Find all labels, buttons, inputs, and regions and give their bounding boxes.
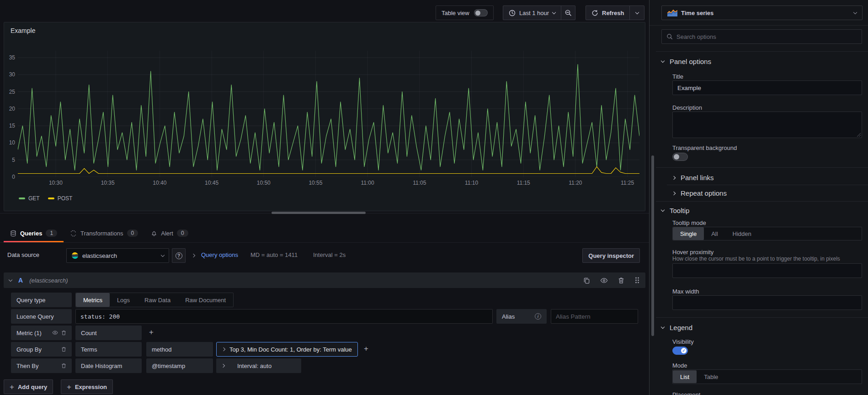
horizontal-scrollbar[interactable] (272, 212, 366, 214)
drag-handle-icon[interactable] (634, 277, 640, 284)
x-tick-label: 11:00 (361, 180, 374, 186)
legend-mode-list[interactable]: List (673, 370, 697, 383)
section-repeat-options[interactable]: Repeat options (661, 189, 862, 197)
alias-input[interactable] (551, 309, 638, 324)
viz-panel[interactable]: Example 05101520253035 10:3010:3510:4010… (4, 22, 645, 211)
group-by-type[interactable]: Terms (75, 342, 142, 357)
add-group-by-button[interactable]: + (364, 345, 368, 352)
metric-label: Metric (1) (11, 326, 72, 340)
datasource-picker[interactable]: elasticsearch (66, 248, 169, 263)
options-sidebar: Time series Search options Panel options… (649, 0, 868, 395)
description-field[interactable] (672, 112, 862, 138)
elasticsearch-icon (71, 252, 79, 259)
add-metric-button[interactable]: + (149, 328, 154, 336)
options-search[interactable]: Search options (661, 29, 862, 44)
tab-transformations[interactable]: Transformations 0 (64, 224, 144, 242)
zoom-out-button[interactable] (561, 5, 575, 20)
tab-count-badge: 0 (127, 230, 138, 237)
query-datasource-hint: (elasticsearch) (29, 277, 68, 284)
time-series-icon (667, 10, 677, 16)
then-by-field[interactable]: @timestamp (146, 358, 213, 373)
panel-title: Example (11, 27, 35, 34)
x-tick-label: 10:50 (257, 180, 271, 186)
tooltip-mode-single[interactable]: Single (673, 227, 704, 240)
tab-label: Transformations (80, 230, 123, 237)
trash-icon[interactable] (618, 277, 624, 284)
legend-item-post[interactable]: POST (48, 195, 73, 202)
panel-title-input[interactable] (672, 80, 862, 95)
y-tick-label: 0 (12, 174, 15, 180)
query-row-header[interactable]: A (elasticsearch) (4, 272, 645, 288)
viz-picker-button[interactable]: Time series (661, 5, 863, 20)
datasource-label: Data source (7, 251, 39, 258)
time-series-chart (18, 51, 639, 177)
query-type-raw-document[interactable]: Raw Document (178, 293, 233, 307)
query-type-raw-data[interactable]: Raw Data (137, 293, 178, 307)
then-by-type[interactable]: Date Histogram (75, 358, 142, 373)
copy-icon[interactable] (583, 277, 590, 284)
chevron-right-icon (672, 176, 676, 179)
panel-description-textarea[interactable] (672, 112, 862, 138)
expression-label: Expression (75, 384, 107, 390)
hover-proximity-label: Hover proximity (672, 249, 862, 256)
x-tick-label: 10:45 (205, 180, 218, 186)
then-by-settings-button[interactable]: Interval: auto (216, 358, 301, 373)
group-by-field[interactable]: method (146, 342, 213, 357)
add-query-button[interactable]: + Add query (4, 379, 53, 394)
vertical-scrollbar[interactable] (651, 155, 654, 336)
add-query-label: Add query (18, 384, 47, 390)
eye-icon[interactable] (52, 330, 58, 335)
editor-tabs: Queries 1 Transformations 0 Alert 0 (0, 224, 649, 243)
query-inspector-button[interactable]: Query inspector (582, 248, 640, 263)
max-width-input[interactable] (672, 295, 862, 310)
title-field-label: Title (672, 73, 862, 80)
time-controls: Last 1 hour (503, 5, 575, 20)
collapse-chevron-icon[interactable] (9, 278, 12, 281)
legend-visibility-toggle[interactable]: ✓ (672, 347, 688, 355)
table-view-toggle[interactable] (474, 9, 488, 16)
metric-value[interactable]: Count (75, 326, 142, 340)
time-range-button[interactable]: Last 1 hour (503, 5, 561, 20)
alias-label-text: Alias (502, 313, 515, 320)
chart-plot[interactable] (18, 51, 639, 177)
chart-legend: GET POST (19, 195, 72, 202)
datasource-help-button[interactable]: ? (172, 248, 186, 263)
refresh-label: Refresh (602, 10, 624, 16)
x-tick-label: 10:35 (101, 180, 115, 186)
expression-button[interactable]: + Expression (61, 379, 113, 394)
tab-label: Alert (161, 230, 173, 237)
resize-handle[interactable] (856, 132, 861, 137)
legend-visibility-label: Visibility (672, 338, 862, 345)
trash-icon[interactable] (61, 330, 66, 336)
chevron-right-icon (221, 364, 225, 368)
refresh-interval-dropdown[interactable] (630, 5, 644, 20)
legend-mode-table[interactable]: Table (697, 370, 725, 383)
hover-proximity-input[interactable] (672, 263, 862, 278)
chevron-down-icon (635, 10, 639, 14)
legend-swatch-yellow (48, 198, 54, 199)
query-options-link[interactable]: Query options (201, 251, 238, 258)
section-legend[interactable]: Legend (661, 324, 862, 331)
query-type-logs[interactable]: Logs (110, 293, 137, 307)
transparent-bg-toggle[interactable] (672, 153, 688, 161)
tooltip-mode-hidden[interactable]: Hidden (725, 227, 759, 240)
query-type-metrics[interactable]: Metrics (76, 293, 110, 307)
trash-icon[interactable] (61, 363, 66, 368)
legend-item-get[interactable]: GET (19, 195, 40, 202)
lucene-query-input[interactable] (75, 309, 493, 324)
y-tick-label: 25 (9, 89, 15, 95)
y-tick-label: 15 (9, 123, 15, 129)
refresh-button[interactable]: Refresh (586, 5, 630, 20)
eye-icon[interactable] (600, 277, 608, 284)
section-panel-links[interactable]: Panel links (661, 174, 862, 181)
section-panel-options[interactable]: Panel options (661, 58, 862, 65)
tooltip-mode-label: Tooltip mode (672, 219, 862, 226)
section-tooltip[interactable]: Tooltip (661, 207, 862, 214)
tab-queries[interactable]: Queries 1 (4, 224, 64, 242)
section-title: Repeat options (681, 189, 727, 197)
tab-label: Queries (20, 230, 42, 237)
tooltip-mode-all[interactable]: All (704, 227, 725, 240)
group-by-settings-button[interactable]: Top 3, Min Doc Count: 1, Order by: Term … (216, 342, 358, 357)
tab-alert[interactable]: Alert 0 (144, 224, 194, 242)
trash-icon[interactable] (61, 347, 66, 352)
